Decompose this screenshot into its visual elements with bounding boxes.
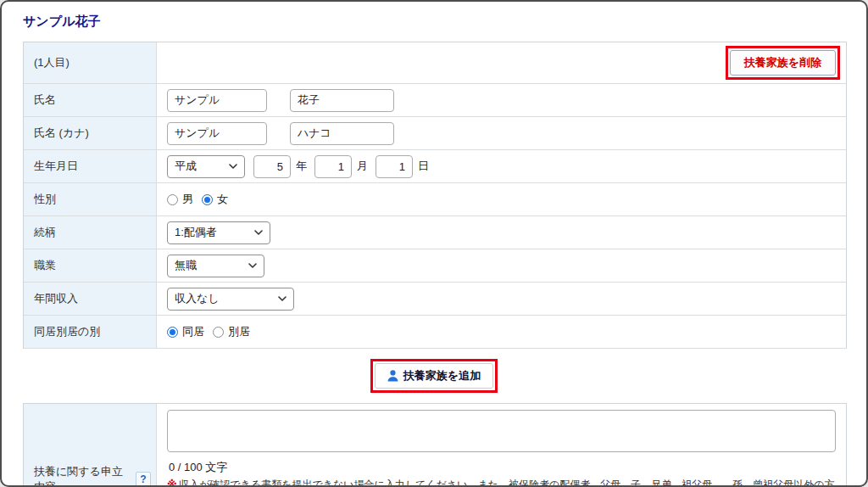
- asterisk-marker: ※: [167, 478, 177, 487]
- gender-female-option[interactable]: 女: [202, 192, 228, 207]
- note-line-1-text: 収入が確認できる書類を提出できない場合に入力してください。また、被保険者の配偶者…: [179, 479, 835, 487]
- first-name-kana-input[interactable]: [290, 122, 394, 145]
- statement-textarea[interactable]: [167, 410, 836, 452]
- table-row-birthdate: 生年月日 平成 年 月 日: [24, 150, 846, 183]
- birth-month-input[interactable]: [314, 155, 352, 178]
- char-counter: 0 / 100 文字: [169, 460, 836, 475]
- last-name-kana-input[interactable]: [167, 122, 267, 145]
- table-row-relationship: 続柄 1:配偶者: [24, 216, 846, 249]
- chevron-down-icon: [229, 164, 237, 169]
- help-icon[interactable]: ?: [136, 472, 151, 487]
- gender-label: 性別: [24, 183, 157, 216]
- era-select[interactable]: 平成: [167, 155, 245, 178]
- income-value: 収入なし: [157, 283, 846, 315]
- gender-value: 男 女: [157, 183, 846, 216]
- table-row-person-header: (1人目) 扶養家族を削除: [24, 42, 846, 84]
- birth-day-input[interactable]: [376, 155, 413, 178]
- first-name-input[interactable]: [290, 89, 394, 112]
- era-select-value: 平成: [175, 159, 197, 174]
- name-label: 氏名: [24, 84, 157, 116]
- name-value: [157, 84, 846, 116]
- living-label: 同居別居の別: [24, 316, 157, 348]
- chevron-down-icon: [278, 296, 287, 301]
- year-unit-label: 年: [296, 159, 307, 174]
- month-unit-label: 月: [357, 159, 368, 174]
- income-select-value: 収入なし: [175, 291, 220, 306]
- add-button-row: 扶養家族を追加: [23, 359, 845, 393]
- statement-label: 扶養に関する申立内容: [34, 464, 131, 487]
- radio-separate-unchecked[interactable]: [213, 327, 224, 338]
- statement-note: ※ 収入が確認できる書類を提出できない場合に入力してください。また、被保険者の配…: [167, 478, 836, 487]
- living-separate-label: 別居: [228, 324, 250, 339]
- person-header-value: 扶養家族を削除: [157, 42, 846, 83]
- gender-male-option[interactable]: 男: [167, 192, 193, 207]
- chevron-down-icon: [254, 230, 263, 235]
- relationship-select-value: 1:配偶者: [175, 225, 217, 240]
- kana-value: [157, 117, 846, 149]
- gender-female-label: 女: [217, 192, 228, 207]
- add-dependent-button[interactable]: 扶養家族を追加: [375, 363, 493, 389]
- living-together-label: 同居: [182, 324, 204, 339]
- statement-value-cell: 0 / 100 文字 ※ 収入が確認できる書類を提出できない場合に入力してくださ…: [157, 404, 846, 487]
- table-row-occupation: 職業 無職: [24, 249, 846, 283]
- statement-label-cell: 扶養に関する申立内容 ?: [24, 404, 157, 487]
- last-name-input[interactable]: [167, 89, 267, 112]
- table-row-gender: 性別 男 女: [24, 183, 846, 216]
- table-row-income: 年間収入 収入なし: [24, 283, 846, 316]
- statement-row: 扶養に関する申立内容 ? 0 / 100 文字 ※ 収入が確認できる書類を提出で…: [24, 404, 846, 487]
- occupation-label: 職業: [24, 249, 157, 282]
- delete-button-highlight: 扶養家族を削除: [726, 46, 840, 80]
- page-title: サンプル花子: [23, 14, 845, 30]
- add-button-highlight: 扶養家族を追加: [370, 359, 498, 393]
- table-row-living: 同居別居の別 同居 別居: [24, 316, 846, 349]
- person-icon: [387, 370, 398, 382]
- kana-label: 氏名 (カナ): [24, 117, 157, 149]
- person-header-label: (1人目): [24, 42, 157, 83]
- dependent-form-table: (1人目) 扶養家族を削除 氏名 氏名 (カナ): [23, 42, 847, 349]
- occupation-select-value: 無職: [175, 258, 197, 273]
- radio-male-unchecked[interactable]: [167, 194, 178, 205]
- birthdate-value: 平成 年 月 日: [157, 150, 846, 182]
- relationship-value: 1:配偶者: [157, 216, 846, 249]
- statement-table: 扶養に関する申立内容 ? 0 / 100 文字 ※ 収入が確認できる書類を提出で…: [23, 403, 847, 487]
- add-dependent-button-label: 扶養家族を追加: [403, 368, 481, 383]
- radio-together-checked[interactable]: [167, 327, 178, 338]
- income-label: 年間収入: [24, 283, 157, 315]
- birthdate-label: 生年月日: [24, 150, 157, 182]
- day-unit-label: 日: [418, 159, 429, 174]
- occupation-select[interactable]: 無職: [167, 255, 264, 277]
- relationship-select[interactable]: 1:配偶者: [167, 221, 270, 244]
- note-line-1: ※ 収入が確認できる書類を提出できない場合に入力してください。また、被保険者の配…: [167, 478, 836, 487]
- chevron-down-icon: [248, 263, 257, 268]
- living-separate-option[interactable]: 別居: [213, 324, 250, 339]
- dependent-form-page: サンプル花子 (1人目) 扶養家族を削除 氏名: [2, 2, 866, 487]
- delete-dependent-button[interactable]: 扶養家族を削除: [730, 50, 836, 76]
- window-frame: サンプル花子 (1人目) 扶養家族を削除 氏名: [0, 0, 868, 487]
- birth-year-input[interactable]: [253, 155, 291, 178]
- living-value: 同居 別居: [157, 316, 846, 348]
- radio-female-checked[interactable]: [202, 194, 213, 205]
- relationship-label: 続柄: [24, 216, 157, 249]
- table-row-name: 氏名: [24, 84, 846, 117]
- income-select[interactable]: 収入なし: [167, 288, 294, 311]
- table-row-kana: 氏名 (カナ): [24, 117, 846, 150]
- occupation-value: 無職: [157, 249, 846, 282]
- gender-male-label: 男: [182, 192, 193, 207]
- living-together-option[interactable]: 同居: [167, 324, 204, 339]
